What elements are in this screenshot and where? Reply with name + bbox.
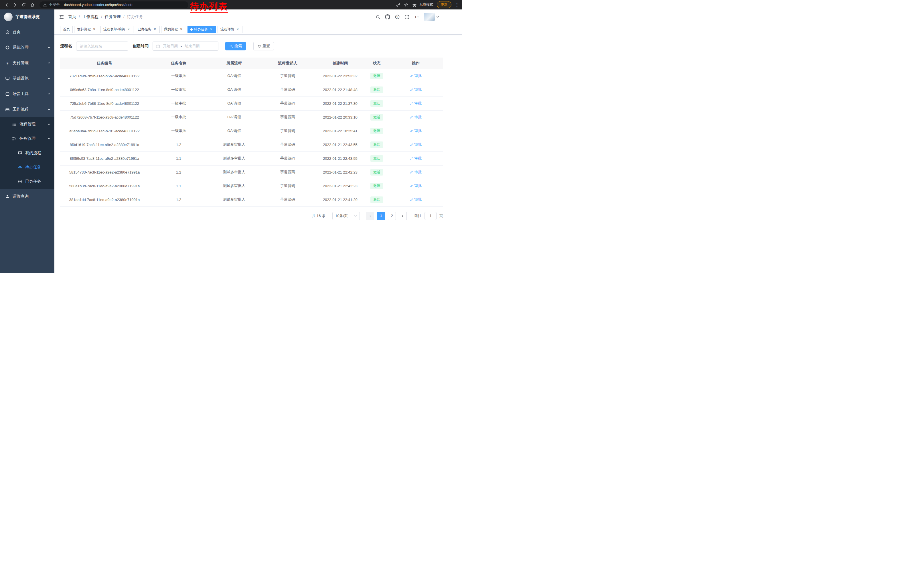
tab-form-edit[interactable]: 流程表单-编辑 × (100, 26, 134, 33)
cell-task-id: a6aba0a4-7b6d-11ec-b781-acde48001122 (60, 124, 149, 138)
search-icon[interactable] (375, 15, 380, 20)
incognito-badge: 无痕模式 (412, 2, 434, 8)
screen: 不安全 dashboard.yudao.iocoder.cn/bpm/task/… (0, 0, 462, 281)
yen-icon: ¥ (5, 61, 10, 65)
key-icon[interactable] (396, 3, 400, 7)
cell-task-name: 1.2 (149, 138, 208, 152)
approve-link[interactable]: 审批 (410, 197, 422, 202)
cell-created: 2022-01-22 18:25:41 (315, 124, 365, 138)
sidebar-item-home[interactable]: 首页 (0, 24, 54, 40)
logo-row[interactable]: 芋道管理系统 (0, 9, 54, 24)
sidebar-item-devtools[interactable]: 研发工具 (0, 86, 54, 102)
github-icon[interactable] (385, 14, 390, 20)
close-icon[interactable]: × (236, 27, 240, 32)
sidebar-item-label: 基础设施 (13, 76, 28, 81)
user-avatar-menu[interactable] (424, 13, 439, 21)
table-row[interactable]: 069c6a63-7b8a-11ec-8ef0-acde48001122 一级审… (60, 83, 443, 96)
sidebar-item-done-tasks[interactable]: 已办任务 (0, 174, 54, 189)
edit-pencil-icon (410, 184, 413, 188)
approve-link[interactable]: 审批 (410, 156, 422, 161)
search-icon (229, 44, 233, 48)
font-size-icon[interactable]: TT (414, 15, 419, 20)
table-row[interactable]: 580e1b3d-7ac8-11ec-a9e2-a2380e71991a 1.1… (60, 179, 443, 193)
avatar (424, 13, 435, 21)
security-warning-icon[interactable] (43, 3, 47, 7)
breadcrumb: 首页 / 工作流程 / 任务管理 / 待办任务 (68, 14, 143, 20)
cell-status: 激活 (365, 124, 388, 138)
page-button-1[interactable]: 1 (377, 212, 385, 220)
table-row[interactable]: 8f0d1619-7ac8-11ec-a9e2-a2380e71991a 1.2… (60, 138, 443, 152)
browser-reload-button[interactable] (20, 1, 27, 9)
goto-page-input[interactable] (424, 212, 436, 220)
process-name-input[interactable] (76, 42, 128, 51)
breadcrumb-item-task-mgmt[interactable]: 任务管理 (105, 14, 121, 20)
sidebar-item-process-mgmt[interactable]: 流程管理 (0, 117, 54, 131)
tab-my-processes[interactable]: 我的流程 × (161, 26, 186, 33)
browser-back-button[interactable] (3, 1, 10, 9)
close-icon[interactable]: × (92, 27, 96, 32)
status-badge: 激活 (370, 87, 383, 93)
table-row[interactable]: 725a1eb6-7b88-11ec-8ef0-acde48001122 一级审… (60, 96, 443, 110)
bookmark-star-icon[interactable] (404, 3, 408, 7)
col-actions: 操作 (388, 57, 443, 69)
cell-status: 激活 (365, 193, 388, 206)
sidebar-toggle-icon[interactable] (59, 14, 64, 20)
page-button-2[interactable]: 2 (388, 212, 396, 220)
sidebar-item-leave-query[interactable]: 请假查询 (0, 189, 54, 204)
approve-link[interactable]: 审批 (410, 73, 422, 78)
browser-forward-button[interactable] (12, 1, 19, 9)
reset-button[interactable]: 重置 (254, 42, 274, 50)
tab-home[interactable]: 首页 (60, 26, 73, 33)
page-size-select[interactable]: 10条/页 (332, 212, 360, 220)
update-button[interactable]: 更新 (437, 1, 452, 8)
approve-link[interactable]: 审批 (410, 128, 422, 134)
edit-pencil-icon (410, 74, 413, 78)
search-button[interactable]: 搜索 (225, 42, 246, 50)
breadcrumb-item-workflow[interactable]: 工作流程 (82, 14, 99, 20)
sidebar-item-payment[interactable]: ¥ 支付管理 (0, 55, 54, 71)
chrome-menu-icon[interactable]: ⋮ (455, 2, 459, 8)
next-page-button[interactable] (399, 212, 407, 220)
sidebar-item-my-processes[interactable]: 我的流程 (0, 146, 54, 160)
approve-link[interactable]: 审批 (410, 183, 422, 188)
table-row[interactable]: 73211d9d-7b9b-11ec-b5b7-acde48001122 一级审… (60, 69, 443, 83)
close-icon[interactable]: × (209, 27, 213, 32)
table-row[interactable]: 58154733-7ac8-11ec-a9e2-a2380e71991a 1.2… (60, 165, 443, 179)
sidebar-item-infra[interactable]: 基础设施 (0, 71, 54, 86)
tab-done-tasks[interactable]: 已办任务 × (135, 26, 160, 33)
cell-created: 2022-01-21 22:41:29 (315, 193, 365, 206)
sidebar-item-system[interactable]: 系统管理 (0, 40, 54, 55)
help-icon[interactable]: ? (395, 14, 400, 20)
table-row[interactable]: 8f059c03-7ac8-11ec-a9e2-a2380e71991a 1.1… (60, 152, 443, 165)
date-range-picker[interactable]: 开始日期 - 结束日期 (153, 42, 218, 51)
breadcrumb-item-home[interactable]: 首页 (68, 14, 76, 20)
table-row[interactable]: a6aba0a4-7b6d-11ec-b781-acde48001122 一级审… (60, 124, 443, 138)
approve-link[interactable]: 审批 (410, 142, 422, 147)
cell-process: 测试多审批人 (208, 152, 260, 165)
tab-todo-tasks[interactable]: 待办任务 × (188, 26, 216, 33)
list-icon (12, 122, 16, 126)
approve-link[interactable]: 审批 (410, 170, 422, 175)
close-icon[interactable]: × (179, 27, 183, 32)
fullscreen-icon[interactable] (405, 15, 410, 20)
prev-page-button[interactable] (366, 212, 374, 220)
cell-task-id: 73211d9d-7b9b-11ec-b5b7-acde48001122 (60, 69, 149, 83)
approve-link[interactable]: 审批 (410, 114, 422, 120)
sidebar-item-task-mgmt[interactable]: 任务管理 (0, 131, 54, 146)
address-bar[interactable]: 不安全 dashboard.yudao.iocoder.cn/bpm/task/… (39, 2, 188, 8)
tab-process-detail[interactable]: 流程详情 × (218, 26, 243, 33)
close-icon[interactable]: × (153, 27, 157, 32)
url-text: dashboard.yudao.iocoder.cn/bpm/task/todo (64, 3, 132, 7)
sidebar-item-workflow[interactable]: 工作流程 (0, 102, 54, 117)
approve-link[interactable]: 审批 (410, 87, 422, 92)
approve-link[interactable]: 审批 (410, 101, 422, 106)
total-count: 共 16 条 (312, 213, 326, 219)
table-row[interactable]: 381aa1dd-7ac8-11ec-a9e2-a2380e71991a 1.2… (60, 193, 443, 206)
tab-start-process[interactable]: 发起流程 × (74, 26, 99, 33)
table-row[interactable]: 75d72608-7b7f-11ec-a3c8-acde48001122 一级审… (60, 110, 443, 124)
sidebar-item-todo-tasks[interactable]: 待办任务 (0, 160, 54, 174)
close-icon[interactable]: × (126, 27, 130, 32)
breadcrumb-separator: / (101, 15, 102, 19)
browser-home-button[interactable] (28, 1, 36, 9)
cell-task-name: 1.1 (149, 152, 208, 165)
